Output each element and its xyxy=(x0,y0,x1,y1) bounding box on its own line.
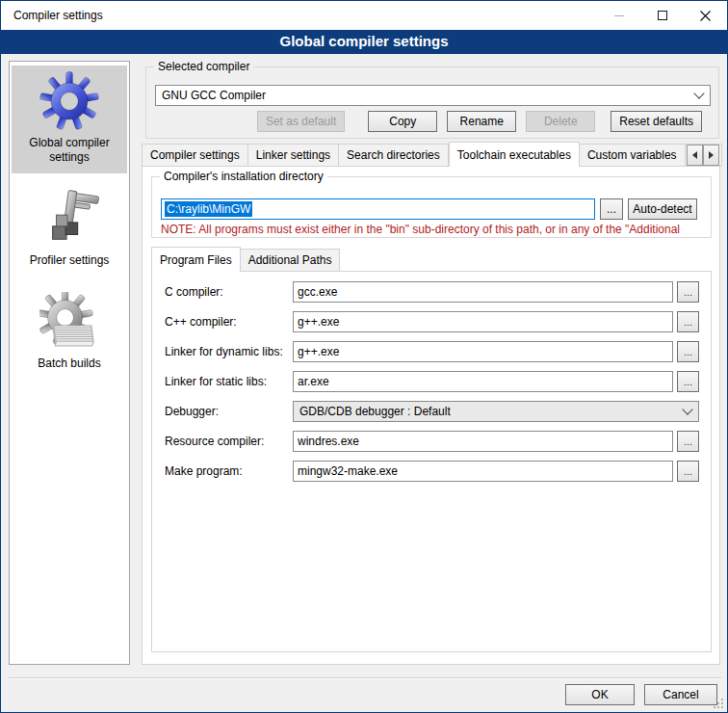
program-files-panel: C compiler: ... C++ compiler: ... Linker… xyxy=(151,271,712,652)
compiler-combobox-value: GNU GCC Compiler xyxy=(162,89,695,102)
field-label: Linker for static libs: xyxy=(165,375,293,388)
minimize-button[interactable] xyxy=(597,1,640,30)
compiler-buttons-row: Set as defaultCopyRenameDeleteReset defa… xyxy=(145,111,719,132)
tab-label: Toolchain executables xyxy=(457,148,571,162)
sidebar-item-batch-builds[interactable]: Batch builds xyxy=(12,286,127,380)
tab-compiler-settings[interactable]: Compiler settings xyxy=(142,144,248,167)
field-input[interactable] xyxy=(293,461,673,482)
maximize-button[interactable] xyxy=(640,1,684,30)
browse-button[interactable]: ... xyxy=(677,281,699,303)
sidebar-item-label: Global compiler settings xyxy=(13,136,125,165)
field-input[interactable] xyxy=(293,371,673,392)
maximize-icon xyxy=(658,11,667,20)
set-as-default-button: Set as default xyxy=(257,111,345,132)
browse-button[interactable]: ... xyxy=(677,311,699,332)
program-files-tabstrip: Program Files Additional Paths xyxy=(151,248,340,272)
tab-label: Linker settings xyxy=(256,148,330,162)
delete-button: Delete xyxy=(526,111,595,132)
selected-compiler-group-label: Selected compiler xyxy=(154,60,253,73)
browse-button[interactable]: ... xyxy=(677,461,699,482)
chevron-down-icon xyxy=(693,88,704,98)
field-label: Linker for dynamic libs: xyxy=(165,345,293,358)
close-icon xyxy=(700,11,711,21)
tab-label: Additional Paths xyxy=(248,253,332,267)
field-row-c-compiler: C++ compiler: ... xyxy=(165,311,701,332)
field-input[interactable] xyxy=(293,431,673,452)
installation-directory-input[interactable]: C:\raylib\MinGW xyxy=(161,198,595,220)
field-label: Make program: xyxy=(165,464,293,478)
tab-custom-variables[interactable]: Custom variables xyxy=(580,144,686,167)
tab-linker-settings[interactable]: Linker settings xyxy=(248,144,339,167)
tab-label: Custom variables xyxy=(587,148,677,162)
field-label: Debugger: xyxy=(165,405,293,418)
field-row-linker-for-static-libs: Linker for static libs: ... xyxy=(165,371,701,392)
sidebar-item-label: Profiler settings xyxy=(13,253,125,268)
field-row-linker-for-dynamic-libs: Linker for dynamic libs: ... xyxy=(165,341,701,362)
cancel-button[interactable]: Cancel xyxy=(644,684,717,705)
field-row-make-program: Make program: ... xyxy=(165,461,701,482)
resize-grip-icon[interactable] xyxy=(713,698,724,709)
rename-button[interactable]: Rename xyxy=(447,111,516,132)
field-input[interactable] xyxy=(293,341,673,362)
sidebar: Global compiler settings Profiler settin… xyxy=(9,61,130,665)
chevron-down-icon xyxy=(682,404,692,414)
ok-button[interactable]: OK xyxy=(565,684,635,705)
field-label: C compiler: xyxy=(165,285,293,299)
field-row-resource-compiler: Resource compiler: ... xyxy=(165,431,701,452)
field-label: C++ compiler: xyxy=(165,315,293,329)
caliper-icon xyxy=(39,189,99,249)
window-title: Compiler settings xyxy=(13,1,103,30)
field-label: Resource compiler: xyxy=(165,435,293,448)
tab-scroll-right-button[interactable] xyxy=(703,145,719,166)
main-tabstrip: Compiler settings Linker settings Search… xyxy=(142,142,722,167)
browse-button[interactable]: ... xyxy=(677,371,699,392)
sidebar-item-profiler-settings[interactable]: Profiler settings xyxy=(12,183,127,277)
arrow-right-icon xyxy=(709,151,717,159)
tab-toolchain-executables[interactable]: Toolchain executables xyxy=(449,142,580,167)
browse-button[interactable]: ... xyxy=(677,341,699,362)
bin-subdirectory-note: NOTE: All programs must exist either in … xyxy=(161,223,710,236)
auto-detect-button[interactable]: Auto-detect xyxy=(628,198,697,220)
debugger-combobox[interactable]: GDB/CDB debugger : Default xyxy=(293,401,699,422)
copy-button[interactable]: Copy xyxy=(368,111,437,132)
compiler-settings-dialog: Compiler settings Global compiler settin… xyxy=(0,0,728,713)
subtab-additional-paths[interactable]: Additional Paths xyxy=(241,249,341,272)
field-row-debugger: Debugger: GDB/CDB debugger : Default xyxy=(165,401,701,422)
compiler-combobox[interactable]: GNU GCC Compiler xyxy=(155,85,711,106)
titlebar: Compiler settings xyxy=(1,1,727,30)
subtab-program-files[interactable]: Program Files xyxy=(151,247,241,272)
combobox-value: GDB/CDB debugger : Default xyxy=(299,405,684,418)
gear-papers-icon xyxy=(39,292,99,352)
gear-blue-icon xyxy=(39,71,99,131)
field-input[interactable] xyxy=(293,281,673,303)
minimize-icon xyxy=(614,15,624,16)
installation-directory-group-label: Compiler's installation directory xyxy=(160,170,327,183)
installation-directory-value: C:\raylib\MinGW xyxy=(165,201,252,217)
tab-search-directories[interactable]: Search directories xyxy=(339,144,449,167)
reset-defaults-button[interactable]: Reset defaults xyxy=(611,111,702,132)
field-row-c-compiler: C compiler: ... xyxy=(165,281,701,303)
dialog-header: Global compiler settings xyxy=(1,30,727,54)
close-button[interactable] xyxy=(684,1,727,30)
arrow-left-icon xyxy=(689,151,697,159)
tab-label: Program Files xyxy=(160,253,232,267)
tab-label: Search directories xyxy=(347,148,440,162)
sidebar-item-label: Batch builds xyxy=(13,356,125,371)
field-input[interactable] xyxy=(293,311,673,332)
browse-button[interactable]: ... xyxy=(677,431,699,452)
footer-separator xyxy=(9,677,721,679)
tab-scroll-left-button[interactable] xyxy=(687,145,703,166)
sidebar-item-global-compiler-settings[interactable]: Global compiler settings xyxy=(12,66,127,173)
tab-label: Compiler settings xyxy=(150,148,240,162)
browse-directory-button[interactable]: ... xyxy=(600,198,623,220)
